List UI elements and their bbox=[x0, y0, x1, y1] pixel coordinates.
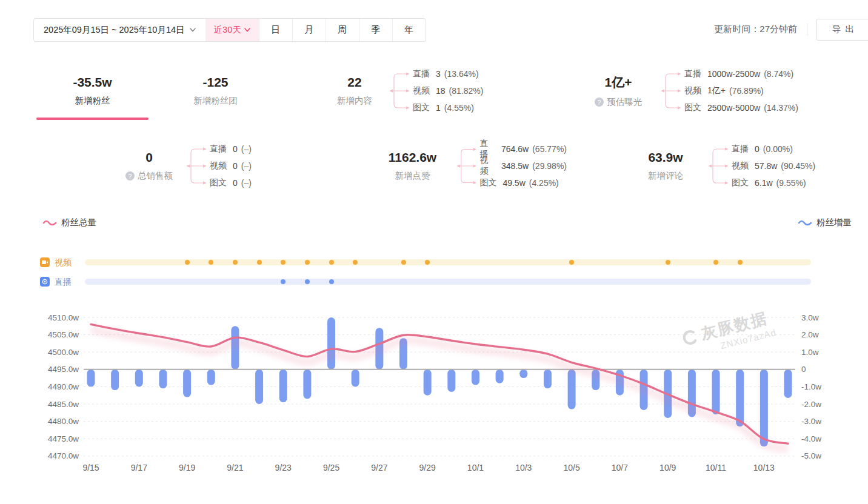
stat-card-new-comments[interactable]: 63.9w 新增评论 直播0(0.00%)视频57.8w(90.45%)图文6.… bbox=[567, 137, 868, 195]
svg-text:10/7: 10/7 bbox=[612, 463, 628, 472]
svg-text:4480.0w: 4480.0w bbox=[48, 417, 79, 426]
stat-breakdown: 直播0(–)视频0(–)图文0(–) bbox=[185, 139, 252, 193]
svg-text:9/27: 9/27 bbox=[371, 463, 387, 472]
svg-text:4495.0w: 4495.0w bbox=[48, 365, 79, 374]
stat-card-est-exposure[interactable]: 1亿+ ? 预估曝光 直播1000w-2500w(8.74%)视频1亿+(76.… bbox=[567, 62, 868, 120]
live-day-dot[interactable] bbox=[305, 279, 310, 284]
video-timeline[interactable]: 视频 bbox=[0, 257, 868, 267]
chevron-down-icon bbox=[190, 28, 196, 32]
svg-text:4510.0w: 4510.0w bbox=[48, 313, 79, 322]
breakdown-row: 直播0(–) bbox=[210, 141, 252, 158]
live-track bbox=[85, 279, 811, 285]
video-timeline-label: 视频 bbox=[55, 257, 72, 267]
svg-text:10/11: 10/11 bbox=[706, 463, 726, 472]
video-day-dot[interactable] bbox=[738, 260, 743, 265]
stat-value: 0 bbox=[145, 150, 153, 165]
svg-text:0: 0 bbox=[801, 365, 806, 374]
stat-label: 总销售额 bbox=[138, 170, 173, 182]
stat-card-new-fanclub[interactable]: -125 新增粉丝团 bbox=[156, 62, 275, 120]
video-day-dot[interactable] bbox=[185, 260, 190, 265]
legend-fans-total[interactable]: 粉丝总量 bbox=[42, 217, 96, 228]
quick-range-30d[interactable]: 近30天 bbox=[205, 19, 259, 41]
svg-text:2.0w: 2.0w bbox=[801, 330, 819, 339]
video-day-dot[interactable] bbox=[713, 260, 718, 265]
tab-period-周[interactable]: 周 bbox=[326, 19, 359, 41]
video-day-dot[interactable] bbox=[305, 260, 310, 265]
svg-text:9/29: 9/29 bbox=[419, 463, 436, 472]
breakdown-row: 直播1000w-2500w(8.74%) bbox=[684, 65, 798, 82]
video-camera-icon bbox=[40, 257, 50, 267]
breakdown-bracket bbox=[389, 64, 410, 118]
breakdown-bracket bbox=[185, 139, 207, 193]
svg-text:10/9: 10/9 bbox=[659, 463, 676, 472]
svg-text:4475.0w: 4475.0w bbox=[48, 434, 79, 443]
breakdown-row: 图文6.1w(9.55%) bbox=[732, 174, 815, 191]
period-tabs: 日月周季年 bbox=[259, 19, 426, 41]
svg-text:-5.0w: -5.0w bbox=[801, 451, 821, 460]
video-day-dot[interactable] bbox=[233, 260, 238, 265]
update-time: 更新时间：27分钟前 bbox=[714, 24, 797, 35]
fans-analytics-page: 2025年09月15日 ~ 2025年10月14日 近30天 日月周季年 更新时… bbox=[0, 0, 868, 504]
breakdown-row: 图文49.5w(4.25%) bbox=[479, 174, 567, 191]
svg-text:-3.0w: -3.0w bbox=[801, 417, 821, 426]
live-timeline[interactable]: 直播 bbox=[0, 277, 868, 287]
breakdown-row: 视频18(81.82%) bbox=[413, 82, 483, 99]
stat-label: 新增点赞 bbox=[395, 170, 430, 182]
stat-breakdown: 直播764.6w(65.77%)视频348.5w(29.98%)图文49.5w(… bbox=[456, 139, 567, 193]
stat-card-new-likes[interactable]: 1162.6w 新增点赞 直播764.6w(65.77%)视频348.5w(29… bbox=[282, 137, 567, 195]
breakdown-row: 图文0(–) bbox=[210, 174, 252, 191]
svg-text:-4.0w: -4.0w bbox=[801, 434, 821, 443]
toolbar-right: 更新时间：27分钟前 导出 bbox=[714, 18, 868, 41]
svg-text:9/17: 9/17 bbox=[131, 463, 147, 472]
breakdown-row: 视频57.8w(90.45%) bbox=[732, 158, 815, 174]
stat-card-new-content[interactable]: 22 新增内容 直播3(13.64%)视频18(81.82%)图文1(4.55%… bbox=[282, 62, 567, 120]
divider bbox=[807, 24, 807, 36]
svg-text:9/21: 9/21 bbox=[227, 463, 243, 472]
tab-period-年[interactable]: 年 bbox=[392, 19, 426, 41]
video-day-dot[interactable] bbox=[666, 260, 670, 265]
wave-icon bbox=[798, 219, 812, 227]
svg-text:4500.0w: 4500.0w bbox=[48, 348, 79, 357]
breakdown-row: 视频1亿+(76.89%) bbox=[684, 82, 798, 99]
export-button[interactable]: 导出 bbox=[816, 19, 868, 41]
svg-text:10/5: 10/5 bbox=[563, 463, 579, 472]
live-day-dot[interactable] bbox=[329, 279, 334, 284]
breakdown-row: 图文2500w-5000w(14.37%) bbox=[684, 99, 798, 116]
svg-text:4505.0w: 4505.0w bbox=[48, 330, 79, 339]
tab-period-日[interactable]: 日 bbox=[259, 19, 292, 41]
svg-text:-2.0w: -2.0w bbox=[801, 400, 821, 409]
svg-text:9/25: 9/25 bbox=[323, 463, 339, 472]
video-track bbox=[85, 259, 811, 265]
tab-period-季[interactable]: 季 bbox=[359, 19, 392, 41]
breakdown-row: 直播3(13.64%) bbox=[413, 65, 483, 82]
stat-label: 新增内容 bbox=[337, 95, 372, 107]
svg-text:1.0w: 1.0w bbox=[801, 348, 819, 357]
video-day-dot[interactable] bbox=[329, 260, 334, 265]
legend-label: 粉丝总量 bbox=[61, 217, 96, 228]
breakdown-row: 视频0(–) bbox=[210, 158, 252, 174]
stat-label: 新增评论 bbox=[648, 170, 683, 182]
breakdown-row: 视频348.5w(29.98%) bbox=[479, 158, 567, 174]
svg-text:9/19: 9/19 bbox=[179, 463, 195, 472]
stat-card-total-sales[interactable]: 0 ? 总销售额 直播0(–)视频0(–)图文0(–) bbox=[36, 137, 279, 195]
video-day-dot[interactable] bbox=[401, 260, 406, 265]
video-day-dot[interactable] bbox=[257, 260, 262, 265]
date-range-picker[interactable]: 2025年09月15日 ~ 2025年10月14日 bbox=[34, 19, 205, 41]
quick-range-label: 近30天 bbox=[214, 24, 241, 36]
legend-fans-delta[interactable]: 粉丝增量 bbox=[798, 217, 852, 228]
tab-period-月[interactable]: 月 bbox=[292, 19, 326, 41]
stat-card-new-fans[interactable]: -35.5w 新增粉丝 bbox=[36, 62, 149, 120]
help-icon[interactable]: ? bbox=[595, 98, 604, 107]
breakdown-bracket bbox=[707, 139, 729, 193]
live-record-icon bbox=[40, 277, 50, 287]
stat-value: -35.5w bbox=[73, 75, 112, 90]
fans-trend-chart[interactable]: 4510.0w3.0w4505.0w2.0w4500.0w1.0w4495.0w… bbox=[0, 303, 868, 485]
stat-value: 63.9w bbox=[648, 150, 683, 165]
stat-breakdown: 直播0(0.00%)视频57.8w(90.45%)图文6.1w(9.55%) bbox=[707, 139, 815, 193]
help-icon[interactable]: ? bbox=[125, 171, 135, 181]
svg-text:9/15: 9/15 bbox=[82, 463, 99, 472]
svg-text:10/13: 10/13 bbox=[753, 463, 775, 472]
svg-text:3.0w: 3.0w bbox=[801, 313, 819, 322]
svg-text:4490.0w: 4490.0w bbox=[48, 382, 79, 391]
breakdown-bracket bbox=[660, 64, 682, 118]
